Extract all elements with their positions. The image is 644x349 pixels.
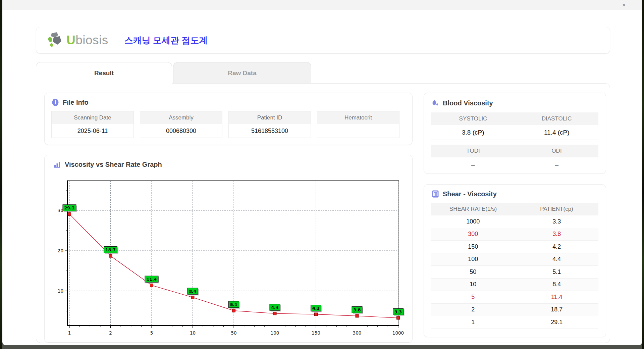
blood-viscosity-metrics: SYSTOLIC DIASTOLIC 3.8 (cP) 11.4 (cP) TO… — [431, 112, 598, 172]
shear-viscosity-table-body: 10003.33003.81504.21004.4505.1108.4511.4… — [431, 215, 598, 329]
svg-text:18.7: 18.7 — [105, 247, 116, 252]
shear-viscosity-row: 3003.8 — [431, 228, 598, 241]
field-value: 51618553100 — [229, 124, 311, 138]
svg-text:4.4: 4.4 — [271, 305, 278, 310]
svg-text:150: 150 — [312, 330, 320, 336]
viscosity-graph-panel: Viscosity vs Shear Rate Graph 1020301251… — [44, 155, 413, 343]
shear-viscosity-row: 511.4 — [431, 291, 598, 304]
field-value: 2025-06-11 — [52, 124, 133, 138]
svg-text:1: 1 — [68, 330, 71, 336]
file-info-panel: i File Info Scanning Date 2025-06-11 Ass… — [44, 93, 413, 145]
svg-text:4.2: 4.2 — [312, 306, 320, 311]
tab-result[interactable]: Result — [36, 62, 172, 84]
table-cell: 5.1 — [515, 266, 599, 278]
shear-viscosity-row: 1004.4 — [431, 253, 598, 266]
table-cell: 1 — [431, 316, 515, 329]
file-info-title: File Info — [63, 99, 89, 106]
table-cell: 150 — [431, 241, 515, 253]
field-assembly: Assembly 000680300 — [140, 111, 222, 138]
column-patient: PATIENT(cp) — [515, 203, 598, 215]
field-label: Assembly — [140, 111, 222, 124]
svg-text:8.4: 8.4 — [189, 289, 196, 294]
desktop-background-right — [642, 0, 644, 349]
app-window: × Ubiosis 스캐닝 모세관 점도계 Result Raw Data i — [2, 0, 642, 345]
field-value: 000680300 — [140, 124, 222, 138]
table-cell: 10 — [431, 279, 515, 291]
table-cell: 29.1 — [515, 316, 599, 329]
svg-text:50: 50 — [231, 330, 236, 336]
field-value — [317, 124, 399, 138]
svg-text:3.3: 3.3 — [394, 309, 402, 314]
field-scanning-date: Scanning Date 2025-06-11 — [51, 111, 134, 138]
svg-text:2: 2 — [109, 330, 112, 336]
metric-header-row: TODI ODI — [431, 145, 598, 157]
field-label: Scanning Date — [52, 111, 133, 124]
metric-value-odi: – — [515, 157, 599, 172]
calculator-icon — [431, 190, 439, 198]
metric-label-diastolic: DIASTOLIC — [515, 112, 598, 125]
blood-viscosity-panel: Blood Viscosity SYSTOLIC DIASTOLIC 3.8 (… — [424, 93, 606, 174]
viscosity-shear-chart: 1020301251050100150300100029.118.711.48.… — [45, 155, 413, 338]
svg-text:1000: 1000 — [392, 330, 404, 336]
svg-text:29.1: 29.1 — [64, 205, 75, 210]
column-shear-rate: SHEAR RATE(1/s) — [431, 203, 515, 215]
table-cell: 3.3 — [515, 215, 599, 228]
table-cell: 18.7 — [515, 304, 599, 316]
brand-biosis: biosis — [75, 33, 108, 47]
table-cell: 100 — [431, 253, 515, 266]
svg-text:30: 30 — [58, 208, 63, 213]
droplets-icon — [431, 99, 439, 107]
metric-value-diastolic: 11.4 (cP) — [515, 125, 599, 140]
tab-raw-data[interactable]: Raw Data — [173, 62, 311, 84]
metric-label-systolic: SYSTOLIC — [431, 112, 515, 125]
table-cell: 11.4 — [515, 291, 599, 303]
ubiosis-logo: Ubiosis — [47, 32, 108, 49]
shear-viscosity-row: 505.1 — [431, 266, 598, 279]
table-cell: 4.2 — [515, 241, 599, 253]
file-info-fields: Scanning Date 2025-06-11 Assembly 000680… — [51, 111, 406, 138]
shear-viscosity-row: 10003.3 — [431, 215, 598, 228]
field-patient-id: Patient ID 51618553100 — [228, 111, 311, 138]
table-cell: 50 — [431, 266, 515, 278]
app-header: Ubiosis 스캐닝 모세관 점도계 — [36, 27, 610, 54]
svg-text:10: 10 — [190, 330, 196, 336]
shear-viscosity-table: SHEAR RATE(1/s) PATIENT(cp) 10003.33003.… — [431, 203, 598, 329]
desktop-background-left — [0, 0, 2, 349]
shear-viscosity-title-row: Shear - Viscosity — [431, 190, 598, 198]
window-titlebar: × — [2, 0, 642, 10]
field-label: Patient ID — [229, 111, 311, 124]
table-cell: 5 — [431, 291, 515, 303]
table-cell: 300 — [431, 228, 515, 241]
shear-viscosity-panel: Shear - Viscosity SHEAR RATE(1/s) PATIEN… — [424, 184, 606, 337]
table-cell: 3.8 — [515, 228, 599, 241]
close-icon[interactable]: × — [620, 1, 628, 9]
svg-text:11.4: 11.4 — [147, 277, 157, 282]
blood-viscosity-title-row: Blood Viscosity — [431, 99, 598, 107]
metric-value-row: – – — [431, 157, 598, 172]
svg-text:3.8: 3.8 — [353, 307, 361, 312]
svg-text:300: 300 — [353, 330, 362, 336]
table-cell: 1000 — [431, 215, 515, 228]
svg-text:i: i — [54, 100, 56, 106]
shear-viscosity-row: 218.7 — [431, 304, 598, 316]
table-cell: 8.4 — [515, 279, 599, 291]
brand-u: U — [66, 33, 75, 47]
svg-text:20: 20 — [58, 248, 63, 253]
blood-viscosity-title: Blood Viscosity — [443, 99, 493, 107]
metric-value-systolic: 3.8 (cP) — [431, 125, 515, 140]
metric-label-odi: ODI — [515, 145, 598, 157]
shear-viscosity-row: 108.4 — [431, 279, 598, 291]
svg-text:10: 10 — [58, 288, 63, 294]
metric-value-todi: – — [431, 157, 515, 172]
field-hematocrit: Hematocrit — [317, 111, 399, 138]
field-label: Hematocrit — [317, 111, 399, 124]
table-cell: 4.4 — [515, 253, 599, 266]
table-header-row: SHEAR RATE(1/s) PATIENT(cp) — [431, 203, 598, 215]
svg-text:5.1: 5.1 — [230, 302, 237, 307]
file-info-title-row: i File Info — [51, 98, 406, 106]
svg-text:100: 100 — [271, 330, 279, 336]
shear-viscosity-row: 129.1 — [431, 316, 598, 329]
leaf-cluster-icon — [47, 32, 64, 49]
shear-viscosity-row: 1504.2 — [431, 241, 598, 253]
metric-header-row: SYSTOLIC DIASTOLIC — [431, 112, 598, 125]
